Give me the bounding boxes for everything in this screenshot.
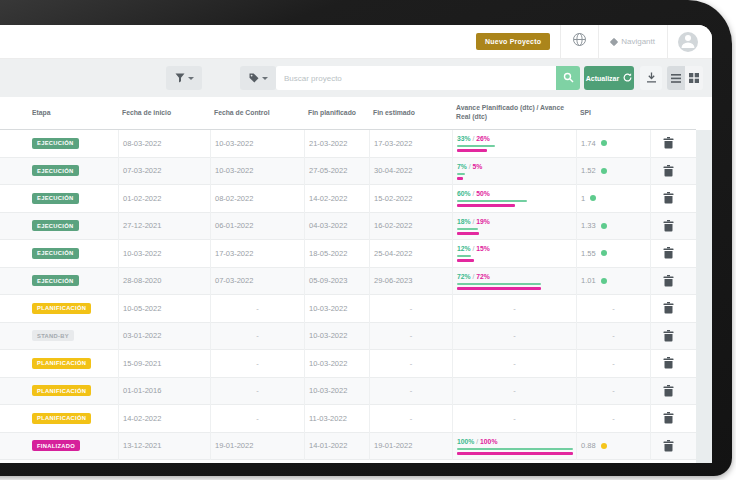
search-input[interactable] — [276, 66, 556, 90]
scrollbar-track[interactable] — [696, 130, 712, 463]
stage-cell: EJECUCIÓN — [28, 267, 118, 295]
trash-icon — [663, 330, 674, 345]
control-date-cell: 07-03-2022 — [210, 267, 304, 295]
new-project-button[interactable]: Nuevo Proyecto — [476, 33, 550, 50]
refresh-button[interactable]: Actualizar — [584, 66, 634, 90]
delete-project-button[interactable] — [661, 328, 676, 344]
spi-cell: 1.55 — [576, 240, 650, 268]
estimated-end-cell: - — [369, 405, 452, 433]
actions-cell — [650, 130, 682, 158]
globe-icon — [572, 32, 587, 51]
planned-end-cell: 05-09-2023 — [304, 267, 369, 295]
planned-progress-bar — [457, 200, 527, 202]
progress-cell: - — [452, 377, 576, 405]
project-row[interactable]: STAND-BY03-01-2022-10-03-2022--- — [0, 323, 696, 351]
delete-project-button[interactable] — [661, 245, 676, 261]
trash-icon — [663, 137, 674, 152]
actions-cell — [650, 350, 682, 378]
list-view-button[interactable] — [667, 66, 685, 90]
start-date-cell: 14-02-2022 — [118, 405, 210, 433]
user-avatar[interactable] — [678, 32, 698, 52]
trash-icon — [663, 412, 674, 427]
trash-icon — [663, 192, 674, 207]
project-row[interactable]: PLANIFICACIÓN01-01-2016-10-03-2022--- — [0, 378, 696, 406]
trash-icon — [663, 440, 674, 455]
start-date-cell: 01-02-2022 — [118, 185, 210, 213]
delete-project-button[interactable] — [661, 163, 676, 179]
grid-view-icon — [689, 71, 699, 86]
planned-end-cell: 04-03-2022 — [304, 212, 369, 240]
actions-cell — [650, 432, 682, 460]
status-badge: EJECUCIÓN — [32, 275, 79, 286]
progress-cell: - — [452, 405, 576, 433]
app-header: Nuevo Proyecto Navigantt — [0, 25, 712, 59]
progress-values: 33% / 26% — [457, 135, 490, 142]
project-row[interactable]: PLANIFICACIÓN10-05-2022-10-03-2022--- — [0, 295, 696, 323]
status-badge: PLANIFICACIÓN — [32, 385, 91, 396]
tags-dropdown-button[interactable] — [240, 66, 276, 90]
trash-icon — [663, 165, 674, 180]
control-date-cell: 19-01-2022 — [210, 432, 304, 460]
control-date-cell: - — [210, 350, 304, 378]
start-date-cell: 27-12-2021 — [118, 212, 210, 240]
delete-project-button[interactable] — [661, 438, 676, 454]
brand-menu[interactable]: Navigantt — [599, 37, 667, 46]
project-row[interactable]: EJECUCIÓN10-03-202217-03-202218-05-20222… — [0, 240, 696, 268]
project-row[interactable]: EJECUCIÓN08-03-202210-03-202221-03-20221… — [0, 130, 696, 158]
column-header: Fin estimado — [369, 109, 452, 118]
project-row[interactable]: EJECUCIÓN01-02-202208-02-202214-02-20221… — [0, 185, 696, 213]
delete-project-button[interactable] — [661, 410, 676, 426]
progress-cell: 33% / 26% — [452, 130, 576, 158]
estimated-end-cell: - — [369, 350, 452, 378]
delete-project-button[interactable] — [661, 273, 676, 289]
project-row[interactable]: FINALIZADO13-12-202119-01-202214-01-2022… — [0, 433, 696, 461]
planned-progress-bar — [457, 173, 465, 175]
planned-end-cell: 11-03-2022 — [304, 405, 369, 433]
estimated-end-cell: 15-02-2022 — [369, 185, 452, 213]
progress-values: 12% / 15% — [457, 245, 490, 252]
download-button[interactable] — [640, 66, 662, 90]
page: Nuevo Proyecto Navigantt — [0, 0, 736, 480]
actions-cell — [650, 405, 682, 433]
trash-icon — [663, 357, 674, 372]
spi-cell: 1.33 — [576, 212, 650, 240]
spi-cell: - — [576, 322, 650, 350]
globe-button[interactable] — [561, 25, 598, 59]
project-row[interactable]: PLANIFICACIÓN15-09-2021-10-03-2022--- — [0, 350, 696, 378]
project-row[interactable]: EJECUCIÓN27-12-202106-01-202204-03-20221… — [0, 213, 696, 241]
delete-project-button[interactable] — [661, 383, 676, 399]
delete-project-button[interactable] — [661, 218, 676, 234]
brand-label: Navigantt — [621, 37, 655, 46]
project-row[interactable]: EJECUCIÓN28-08-202007-03-202205-09-20232… — [0, 268, 696, 296]
actions-cell — [650, 377, 682, 405]
delete-project-button[interactable] — [661, 300, 676, 316]
start-date-cell: 08-03-2022 — [118, 130, 210, 158]
progress-cell: - — [452, 322, 576, 350]
project-row[interactable]: PLANIFICACIÓN14-02-2022-11-03-2022--- — [0, 405, 696, 433]
spi-cell: - — [576, 377, 650, 405]
project-row[interactable]: EJECUCIÓN07-03-202210-03-202227-05-20223… — [0, 158, 696, 186]
delete-project-button[interactable] — [661, 355, 676, 371]
estimated-end-cell: 19-01-2022 — [369, 432, 452, 460]
estimated-end-cell: - — [369, 377, 452, 405]
delete-project-button[interactable] — [661, 135, 676, 151]
spi-status-dot — [601, 278, 607, 284]
spi-cell: 1.01 — [576, 267, 650, 295]
caret-down-icon — [188, 77, 194, 80]
estimated-end-cell: - — [369, 295, 452, 323]
control-date-cell: - — [210, 405, 304, 433]
grid-view-button[interactable] — [685, 66, 703, 90]
planned-progress-bar — [457, 448, 573, 450]
real-progress-bar — [457, 232, 479, 235]
table-body: EJECUCIÓN08-03-202210-03-202221-03-20221… — [0, 130, 696, 460]
spi-value: 0.88 — [581, 441, 596, 450]
search-button[interactable] — [556, 66, 580, 90]
planned-end-cell: 10-03-2022 — [304, 350, 369, 378]
delete-project-button[interactable] — [661, 190, 676, 206]
spi-status-dot — [601, 140, 607, 146]
spi-status-dot — [601, 250, 607, 256]
status-badge: EJECUCIÓN — [32, 165, 79, 176]
spi-cell: 1.74 — [576, 130, 650, 158]
list-view-icon — [671, 71, 681, 86]
filter-dropdown-button[interactable] — [166, 66, 202, 90]
